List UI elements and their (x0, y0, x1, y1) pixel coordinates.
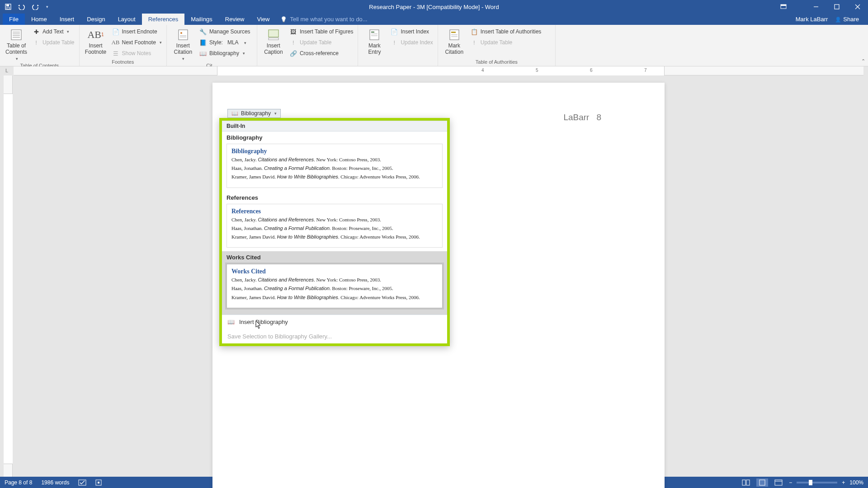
mark-entry-icon (367, 28, 382, 42)
insert-caption-button[interactable]: Insert Caption (260, 27, 287, 56)
toc-label: Table of Contents (4, 43, 29, 56)
toc-icon (9, 28, 24, 42)
undo-icon[interactable] (17, 4, 26, 10)
gallery-item-bibliography-header: Bibliography (222, 131, 447, 142)
tab-mailings[interactable]: Mailings (184, 14, 219, 25)
insert-bibliography-menu-item[interactable]: 📖 Insert Bibliography (222, 315, 447, 329)
web-layout-button[interactable] (773, 479, 784, 487)
insert-endnote-button[interactable]: 📄Insert Endnote (110, 27, 164, 37)
zoom-in-button[interactable]: + (842, 479, 845, 486)
svg-rect-32 (746, 480, 750, 485)
svg-rect-18 (269, 30, 278, 37)
add-text-icon: ✚ (33, 28, 40, 35)
status-page[interactable]: Page 8 of 8 (5, 479, 32, 486)
manage-sources-icon: 🔧 (199, 28, 207, 35)
tell-me-input[interactable]: Tell me what you want to do... (280, 14, 367, 25)
tab-view[interactable]: View (250, 14, 276, 25)
svg-rect-33 (760, 480, 765, 485)
horizontal-ruler[interactable]: 4 5 6 7 (14, 66, 863, 75)
cross-reference-button[interactable]: 🔗Cross-reference (288, 48, 355, 58)
gallery-item-references-header: References (222, 192, 447, 202)
show-notes-icon: ☰ (112, 50, 119, 57)
bibliography-gallery-button[interactable]: Bibliography (227, 109, 281, 118)
share-button[interactable]: Share (835, 16, 859, 23)
macro-record-icon[interactable] (95, 479, 102, 486)
qat-customize-icon[interactable]: ▾ (46, 5, 48, 9)
mark-citation-button[interactable]: Mark Citation (441, 27, 468, 56)
group-label: Footnotes (82, 58, 164, 66)
tab-layout[interactable]: Layout (112, 14, 142, 25)
table-of-contents-button[interactable]: Table of Contents (3, 27, 30, 62)
preview-title: Works Cited (231, 268, 438, 275)
redo-icon[interactable] (32, 4, 41, 10)
update-icon: ! (471, 39, 478, 46)
close-button[interactable] (847, 0, 868, 14)
gallery-section-builtin: Built-In (222, 121, 447, 131)
mark-entry-button[interactable]: Mark Entry (361, 27, 388, 56)
document-area: 4 5 6 7 L LaBarr 8 Bibliography Built-In… (0, 66, 868, 477)
signed-in-user[interactable]: Mark LaBarr (796, 16, 828, 23)
tof-icon: 🖼 (290, 28, 297, 35)
insert-index-button[interactable]: 📄Insert Index (389, 27, 434, 37)
update-icon: ! (290, 39, 297, 46)
toa-icon: 📋 (471, 28, 478, 35)
insert-citation-button[interactable]: Insert Citation (170, 27, 197, 62)
insert-footnote-button[interactable]: AB1 Insert Footnote (82, 27, 109, 56)
tab-review[interactable]: Review (219, 14, 251, 25)
tab-home[interactable]: Home (25, 14, 53, 25)
update-toc-button[interactable]: !Update Table (31, 38, 76, 47)
vertical-ruler[interactable] (4, 75, 13, 477)
svg-rect-34 (775, 480, 782, 485)
svg-rect-28 (79, 480, 86, 485)
next-footnote-button[interactable]: ABNext Footnote (110, 38, 164, 47)
read-mode-button[interactable] (740, 479, 752, 487)
endnote-icon: 📄 (112, 28, 119, 35)
add-text-button[interactable]: ✚Add Text (31, 27, 76, 37)
gallery-item-bibliography[interactable]: Bibliography Chen, Jacky. Citations and … (226, 144, 443, 188)
ribbon-display-options-icon[interactable] (780, 4, 787, 10)
caption-label: Insert Caption (261, 43, 286, 56)
bibliography-dropdown-button[interactable]: 📖Bibliography (198, 48, 252, 58)
update-tof-button[interactable]: !Update Table (288, 38, 355, 47)
ribbon-tabs: File Home Insert Design Layout Reference… (0, 14, 868, 25)
tab-references[interactable]: References (142, 14, 184, 25)
footnote-icon: AB1 (89, 28, 103, 42)
tab-file[interactable]: File (3, 14, 25, 25)
tab-insert[interactable]: Insert (53, 14, 81, 25)
svg-rect-19 (269, 38, 278, 40)
citation-style-dropdown[interactable]: 📘Style: MLA (198, 38, 252, 47)
maximize-button[interactable] (826, 0, 847, 14)
gallery-item-references[interactable]: References Chen, Jacky. Citations and Re… (226, 204, 443, 248)
group-captions: Insert Caption 🖼Insert Table of Figures … (257, 25, 359, 66)
update-index-button[interactable]: !Update Index (389, 38, 434, 47)
window-controls (806, 0, 868, 14)
zoom-slider[interactable] (797, 482, 837, 483)
caption-icon (266, 28, 281, 42)
manage-sources-button[interactable]: 🔧Manage Sources (198, 27, 252, 37)
svg-rect-6 (835, 5, 839, 9)
print-layout-button[interactable] (756, 479, 768, 487)
header-author: LaBarr (563, 113, 589, 122)
update-toa-button[interactable]: !Update Table (469, 38, 543, 47)
minimize-button[interactable] (806, 0, 826, 14)
save-icon[interactable] (5, 3, 12, 10)
spell-check-icon[interactable] (78, 479, 86, 486)
tab-design[interactable]: Design (80, 14, 111, 25)
gallery-item-works-cited[interactable]: Works Cited Chen, Jacky. Citations and R… (226, 264, 443, 308)
bibliography-icon: 📖 (199, 50, 207, 57)
quick-access-toolbar: ▾ (0, 3, 48, 10)
update-icon: ! (33, 39, 40, 46)
bibliography-gallery: Bibliography Built-In Bibliography Bibli… (219, 118, 450, 346)
group-label: Table of Authorities (441, 58, 552, 66)
insert-toa-button[interactable]: 📋Insert Table of Authorities (469, 27, 543, 37)
preview-entries: Chen, Jacky. Citations and References. N… (231, 157, 438, 180)
zoom-level[interactable]: 100% (849, 479, 863, 486)
collapse-ribbon-icon[interactable]: ⌃ (861, 58, 865, 64)
zoom-out-button[interactable]: − (789, 479, 792, 486)
group-table-of-authorities: Mark Citation 📋Insert Table of Authoriti… (438, 25, 556, 66)
show-notes-button[interactable]: ☰Show Notes (110, 48, 164, 58)
tab-stop-icon[interactable]: L (5, 68, 8, 73)
citation-icon (176, 28, 190, 42)
status-word-count[interactable]: 1986 words (41, 479, 69, 486)
insert-table-of-figures-button[interactable]: 🖼Insert Table of Figures (288, 27, 355, 37)
